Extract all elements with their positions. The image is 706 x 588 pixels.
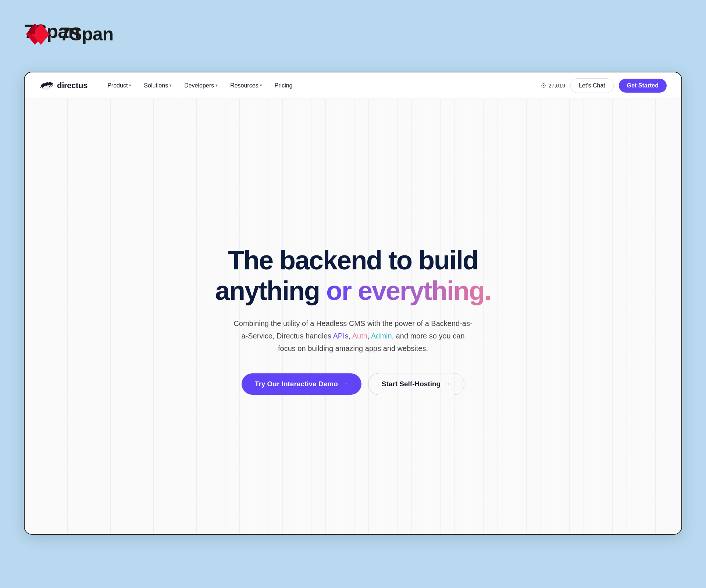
chevron-down-icon: ▾ [170,83,172,88]
hero-section: The backend to build anything or everyth… [25,99,681,534]
nav-logo-text: directus [57,81,88,90]
hero-title-anything: anything [215,276,326,305]
hero-subtitle: Combining the utility of a Headless CMS … [232,317,474,355]
chevron-down-icon: ▾ [129,83,131,88]
hero-title: The backend to build anything or everyth… [215,245,491,306]
self-hosting-button[interactable]: Start Self-Hosting → [368,373,464,395]
demo-button[interactable]: Try Our Interactive Demo → [242,373,361,395]
nav-resources[interactable]: Resources ▾ [225,79,267,92]
svg-marker-21 [26,24,35,34]
github-count: 27,019 [548,82,565,89]
self-hosting-button-label: Start Self-Hosting [382,380,441,388]
chevron-down-icon: ▾ [260,83,262,88]
nav-solutions[interactable]: Solutions ▾ [139,79,177,92]
brand-header-clean: 7Span [24,19,113,49]
nav-product[interactable]: Product ▾ [102,79,136,92]
sevenspan-logo-clean-icon [24,19,54,49]
nav-developers[interactable]: Developers ▾ [179,79,223,92]
nav-links: Product ▾ Solutions ▾ Developers ▾ Resou… [102,79,541,92]
hero-comma1: , [349,332,352,340]
hero-link-apis[interactable]: APIs [333,332,348,340]
hero-buttons: Try Our Interactive Demo → Start Self-Ho… [242,373,464,395]
chevron-down-icon: ▾ [215,83,218,88]
lets-chat-button[interactable]: Let's Chat [570,78,614,93]
arrow-right-icon: → [342,380,348,388]
get-started-button[interactable]: Get Started [619,79,667,93]
nav-pricing[interactable]: Pricing [270,79,298,92]
directus-logo[interactable]: directus [39,79,88,93]
brand-name-clean: 7Span [60,24,113,45]
hero-title-line1: The backend to build [228,245,478,275]
github-badge[interactable]: ⊙ 27,019 [541,82,565,89]
hero-link-admin[interactable]: Admin [371,332,392,340]
nav-right: ⊙ 27,019 Let's Chat Get Started [541,78,667,93]
demo-button-label: Try Our Interactive Demo [255,380,338,388]
hero-comma2: , [367,332,371,340]
svg-point-17 [51,82,53,84]
browser-window: directus Product ▾ Solutions ▾ Developer… [24,72,682,535]
directus-logo-icon [39,79,53,93]
github-icon: ⊙ [541,82,546,89]
hero-title-gradient: or everything. [326,276,491,305]
hero-link-auth[interactable]: Auth [352,332,367,340]
arrow-right-icon: → [444,380,451,388]
navbar: directus Product ▾ Solutions ▾ Developer… [25,72,681,99]
